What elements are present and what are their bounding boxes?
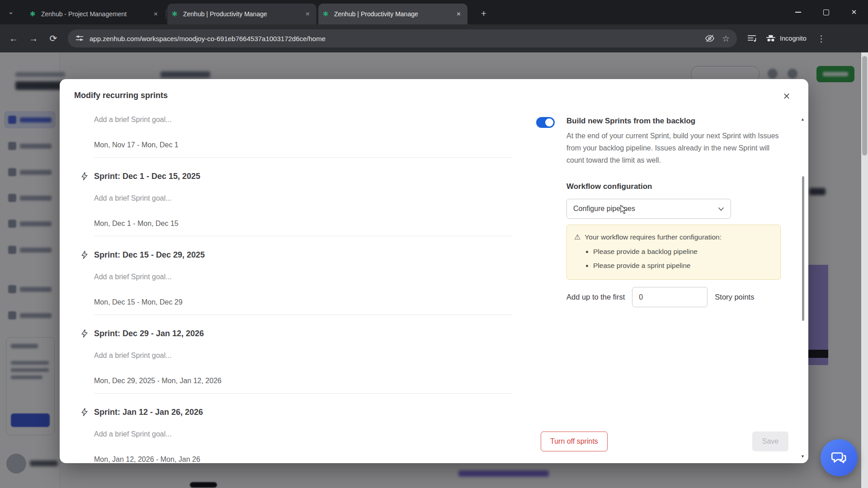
page-scrollbar[interactable] — [861, 52, 868, 488]
warning-item: Please provide a sprint pipeline — [593, 258, 773, 272]
sprint-goal-input[interactable]: Add a brief Sprint goal... — [94, 430, 513, 439]
workflow-warning-box: ⚠ Your workflow requires further configu… — [566, 225, 781, 280]
tab-title: Zenhub | Productivity Manage — [183, 10, 300, 18]
sprint-date-range: Mon, Jan 12, 2026 - Mon, Jan 26 — [94, 455, 513, 463]
configure-pipelines-dropdown[interactable]: Configure pipelines — [566, 199, 731, 219]
tab-strip: ⌄ ✱ Zenhub - Project Management ✕ ✱ Zenh… — [0, 0, 868, 24]
sprint-goal-input[interactable]: Add a brief Sprint goal... — [94, 194, 513, 203]
warning-icon: ⚠ — [574, 232, 580, 243]
tab-title: Zenhub - Project Management — [41, 10, 148, 18]
turn-off-sprints-button[interactable]: Turn off sprints — [541, 432, 608, 451]
menu-kebab-icon[interactable]: ⋮ — [815, 33, 828, 44]
divider — [94, 236, 513, 236]
back-button[interactable]: ← — [5, 30, 22, 47]
sprint-goal-input[interactable]: Add a brief Sprint goal... — [94, 351, 513, 360]
sprint-goal-input[interactable]: Add a brief Sprint goal... — [94, 272, 513, 282]
sprint-item: Sprint: Dec 29 - Jan 12, 2026 Add a brie… — [94, 328, 513, 394]
story-points-input[interactable] — [632, 287, 708, 307]
chevron-down-icon — [718, 207, 724, 211]
browser-toolbar: ← → ⟳ app.zenhub.com/workspaces/moodjoy-… — [0, 24, 868, 52]
browser-tab-2[interactable]: ✱ Zenhub | Productivity Manage ✕ — [167, 4, 316, 24]
tab-search-chevron-icon[interactable]: ⌄ — [5, 6, 16, 17]
modal-scrollbar-thumb[interactable] — [802, 176, 804, 321]
story-points-limit-row: Add up to the first Story points — [566, 287, 793, 307]
sprint-settings: Build new Sprints from the backlog At th… — [566, 116, 793, 307]
scroll-up-arrow-icon[interactable]: ▲ — [801, 117, 805, 122]
warning-list: Please provide a backlog pipeline Please… — [574, 244, 773, 272]
sprint-title: Sprint: Jan 12 - Jan 26, 2026 — [94, 408, 203, 417]
limit-suffix-label: Story points — [715, 293, 754, 301]
sprint-title: Sprint: Dec 15 - Dec 29, 2025 — [94, 250, 205, 259]
sprint-date-range: Mon, Dec 15 - Mon, Dec 29 — [94, 298, 513, 307]
divider — [94, 393, 513, 394]
incognito-label: Incognito — [780, 35, 807, 42]
minimize-icon — [795, 12, 801, 13]
reading-list-icon[interactable] — [747, 34, 757, 43]
toggle-knob — [545, 118, 553, 127]
zenhub-favicon-icon: ✱ — [172, 10, 179, 18]
zenhub-favicon-icon: ✱ — [30, 10, 37, 18]
site-settings-icon[interactable] — [75, 34, 84, 43]
save-button[interactable]: Save — [752, 432, 788, 451]
warning-title: Your workflow requires further configura… — [585, 232, 722, 243]
sprint-bolt-icon — [80, 250, 89, 263]
address-bar[interactable]: app.zenhub.com/workspaces/moodjoy-co-691… — [68, 29, 737, 47]
incognito-icon — [766, 35, 776, 42]
browser-window: ⌄ ✱ Zenhub - Project Management ✕ ✱ Zenh… — [0, 0, 868, 488]
mouse-cursor — [620, 205, 628, 216]
divider — [94, 157, 513, 158]
window-minimize-button[interactable] — [784, 0, 812, 24]
sprint-item: Sprint: Jan 12 - Jan 26, 2026 Add a brie… — [94, 407, 513, 463]
modal-close-icon[interactable]: ✕ — [780, 90, 793, 103]
backlog-toggle[interactable] — [536, 117, 555, 128]
forward-button[interactable]: → — [25, 30, 42, 47]
sprint-date-range: Mon, Dec 29, 2025 - Mon, Jan 12, 2026 — [94, 376, 513, 385]
sprint-item: Sprint: Dec 15 - Dec 29, 2025 Add a brie… — [94, 250, 513, 315]
modify-sprints-modal: Modify recurring sprints ✕ Add a brief S… — [60, 79, 808, 463]
divider — [94, 314, 513, 315]
scrollbar-thumb[interactable] — [862, 56, 867, 155]
sprint-bolt-icon — [80, 328, 89, 341]
sprint-date-range: Mon, Nov 17 - Mon, Dec 1 — [94, 141, 513, 150]
window-controls: ✕ — [784, 0, 868, 24]
bookmark-star-icon[interactable]: ☆ — [722, 33, 730, 44]
incognito-badge: Incognito — [766, 35, 807, 42]
sprint-title: Sprint: Dec 1 - Dec 15, 2025 — [94, 172, 200, 181]
toggle-label: Build new Sprints from the backlog — [566, 116, 793, 126]
tab-close-icon[interactable]: ✕ — [151, 10, 160, 19]
new-tab-button[interactable]: + — [477, 7, 490, 20]
url-text[interactable]: app.zenhub.com/workspaces/moodjoy-co-691… — [90, 35, 326, 42]
browser-tab-1[interactable]: ✱ Zenhub - Project Management ✕ — [25, 4, 165, 24]
tab-title: Zenhub | Productivity Manage — [334, 10, 451, 18]
sprint-item: Sprint: Dec 1 - Dec 15, 2025 Add a brief… — [94, 171, 513, 236]
scroll-down-arrow-icon[interactable]: ▼ — [801, 454, 805, 459]
reload-button[interactable]: ⟳ — [45, 30, 61, 47]
tab-close-icon[interactable]: ✕ — [454, 10, 463, 19]
sprint-bolt-icon — [80, 171, 89, 184]
zenhub-favicon-icon: ✱ — [323, 10, 330, 18]
chat-icon — [830, 448, 849, 467]
sprint-date-range: Mon, Dec 1 - Mon, Dec 15 — [94, 219, 513, 228]
window-close-button[interactable]: ✕ — [840, 0, 868, 24]
browser-tab-3-active[interactable]: ✱ Zenhub | Productivity Manage ✕ — [318, 4, 467, 24]
limit-prefix-label: Add up to the first — [566, 293, 625, 301]
sprint-list: Add a brief Sprint goal... Mon, Nov 17 -… — [94, 79, 513, 463]
maximize-icon — [823, 9, 829, 15]
window-maximize-button[interactable] — [812, 0, 840, 24]
toggle-description: At the end of your current Sprint, build… — [566, 130, 783, 166]
tab-close-icon[interactable]: ✕ — [303, 10, 312, 19]
chat-launcher-button[interactable] — [821, 439, 858, 476]
sprint-goal-input[interactable]: Add a brief Sprint goal... — [94, 115, 513, 124]
workflow-configuration-label: Workflow configuration — [566, 182, 793, 191]
sprint-title: Sprint: Dec 29 - Jan 12, 2026 — [94, 329, 204, 338]
warning-item: Please provide a backlog pipeline — [593, 244, 773, 258]
preview-hidden-eye-icon[interactable] — [705, 33, 715, 43]
sprint-bolt-icon — [80, 407, 89, 420]
zenhub-app-page: Modify recurring sprints ✕ Add a brief S… — [0, 52, 868, 488]
